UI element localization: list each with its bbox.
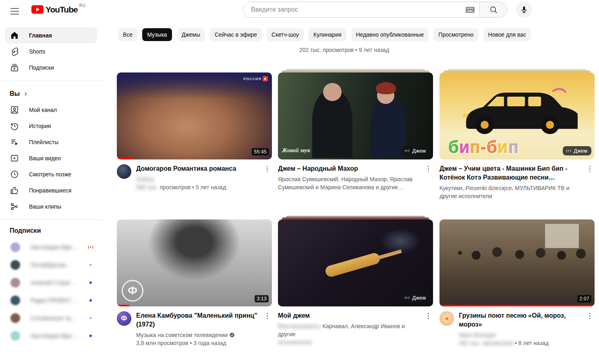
watch-progress-bar — [117, 305, 272, 306]
artists-line: Ярослав Сумишевский, Народный Махор, Яро… — [278, 175, 422, 191]
sidebar-you-section[interactable]: Вы — [0, 86, 102, 102]
watch-later-icon — [10, 170, 19, 179]
video-title[interactable]: Джем – Учим цвета - Машинки Бип бип - Ко… — [439, 164, 583, 182]
subscription-channel[interactable]: Алексей Стран… — [0, 274, 102, 292]
channel-name: Настоящее Вре… — [31, 333, 86, 339]
video-meta: 392 тыс. просмотров • 8 лет назад — [459, 339, 583, 347]
sidebar-divider — [0, 219, 102, 220]
mix-stack-decoration — [278, 69, 433, 72]
microphone-icon — [520, 6, 528, 14]
video-thumbnail[interactable]: бип-бип Джем — [439, 72, 595, 159]
sidebar-item-your-clips[interactable]: Ваши клипы — [5, 199, 97, 215]
kebab-menu-icon[interactable]: ⋮ — [585, 311, 595, 321]
video-title[interactable]: Мой джем — [278, 311, 422, 320]
duration-badge: 55:45 — [252, 148, 269, 155]
chip-recently-uploaded[interactable]: Недавно опубликованные — [351, 28, 429, 41]
sidebar-item-your-videos[interactable]: Ваши видео — [5, 150, 97, 166]
channel-avatar[interactable] — [117, 164, 131, 179]
sidebar-item-label: Главная — [29, 32, 52, 39]
video-card: РОССИЯ К 55:45 Домогаров Романтика роман… — [117, 72, 272, 191]
sidebar-item-label: Ваши клипы — [29, 203, 61, 210]
subscriptions-heading: Подписки — [0, 225, 102, 238]
mix-stack-decoration — [439, 69, 595, 72]
youtube-play-icon — [31, 5, 44, 14]
kebab-menu-icon[interactable]: ⋮ — [423, 164, 433, 174]
subscription-channel[interactable]: Петербургски… — [0, 256, 102, 274]
live-icon — [86, 244, 95, 251]
video-meta: 3,8 млн просмотров • 3 года назад — [136, 339, 261, 347]
sidebar-item-shorts[interactable]: Shorts — [5, 43, 97, 60]
search-input[interactable] — [243, 2, 464, 17]
duration-badge: 3:13 — [255, 295, 269, 302]
channel-name[interactable]: Andrey — [136, 175, 261, 183]
subscription-channel[interactable]: Радио ПРОЕКТ… — [0, 292, 102, 309]
voice-search-button[interactable] — [516, 2, 532, 18]
artists-line: Кукутики, Piosenki dziecięce, МУЛЬТИВАРИ… — [439, 184, 583, 200]
kebab-menu-icon[interactable]: ⋮ — [585, 164, 595, 174]
subscriptions-icon — [10, 63, 19, 72]
avatar — [10, 242, 20, 252]
youtube-logo[interactable]: YouTube RU — [31, 5, 85, 14]
video-thumbnail[interactable]: Живой звук Джем — [278, 72, 433, 159]
chip-jams[interactable]: Джемы — [177, 28, 205, 41]
video-thumbnail[interactable]: РОССИЯ К 55:45 — [117, 72, 272, 159]
video-thumbnail[interactable]: Джем — [278, 219, 433, 306]
chip-sketch-shows[interactable]: Скетч-шоу — [267, 28, 304, 41]
menu-icon[interactable] — [10, 5, 22, 17]
sidebar-item-history[interactable]: История — [5, 118, 97, 134]
sidebar-item-subscriptions[interactable]: Подписки — [5, 60, 97, 76]
search-button[interactable] — [479, 2, 507, 17]
notification-dot — [86, 299, 95, 302]
jam-icon — [566, 148, 572, 154]
sidebar-item-playlists[interactable]: Плейлисты — [5, 134, 97, 150]
logo-wordmark: YouTube — [46, 5, 78, 14]
bip-bip-title-text: бип-бип — [448, 138, 519, 157]
chip-watched[interactable]: Просмотрено — [433, 28, 478, 41]
sidebar-item-label: Ваши видео — [29, 155, 61, 161]
sidebar-item-label: Плейлисты — [29, 139, 58, 145]
scissors-icon — [10, 202, 19, 211]
video-card: Живой звук Джем Джем – Народный Махор Яр… — [278, 72, 433, 191]
sidebar-item-label: История — [29, 123, 51, 129]
channel-name[interactable]: Музыка на советском телевидении — [136, 331, 261, 339]
video-thumbnail[interactable]: 2:07 — [439, 219, 595, 306]
chip-cooking[interactable]: Кулинария — [309, 28, 346, 41]
subscription-channel[interactable]: Настоящее Вре… — [0, 238, 102, 256]
search-icon — [489, 5, 498, 14]
channel-name: Петербургски… — [31, 262, 86, 268]
channel-name: Настоящее Вре… — [31, 244, 86, 250]
video-meta-partial: 202 тыс. просмотров • 9 лет назад — [299, 47, 389, 53]
subscription-channel[interactable]: Настоящее Вре… — [0, 327, 102, 345]
search-bar — [243, 2, 507, 18]
channel-name: Соловьиные тр… — [31, 315, 86, 321]
notification-dot — [86, 317, 95, 319]
chip-all[interactable]: Все — [118, 28, 137, 41]
video-title[interactable]: Елена Камбурова "Маленький принц" (1972) — [136, 311, 261, 329]
sidebar-item-home[interactable]: Главная — [5, 27, 97, 43]
channel-name: Радио ПРОЕКТ… — [31, 297, 86, 304]
sidebar-item-my-channel[interactable]: Мой канал — [5, 102, 97, 118]
video-title[interactable]: Домогаров Романтика романса — [136, 164, 261, 173]
kebab-menu-icon[interactable]: ⋮ — [262, 164, 272, 174]
thumbs-up-icon — [10, 186, 19, 195]
kebab-menu-icon[interactable]: ⋮ — [423, 311, 433, 321]
subscription-channel[interactable]: Соловьиные тр… — [0, 309, 102, 327]
channel-avatar[interactable]: ❀ — [439, 311, 454, 326]
chip-music[interactable]: Музыка — [142, 28, 172, 41]
video-title[interactable]: Грузины поют песню «Ой, мороз, мороз» — [459, 311, 583, 329]
avatar — [10, 278, 20, 287]
video-title[interactable]: Джем – Народный Махор — [278, 164, 422, 173]
video-thumbnail[interactable]: Ф 3:13 — [117, 219, 272, 306]
tv-channel-watermark: РОССИЯ К — [243, 76, 268, 81]
kebab-menu-icon[interactable]: ⋮ — [262, 311, 272, 321]
chip-live[interactable]: Сейчас в эфире — [210, 28, 262, 41]
channel-name[interactable]: Иван Володин — [459, 331, 583, 339]
sidebar-item-liked-videos[interactable]: Понравившиеся — [5, 182, 97, 199]
channel-avatar[interactable]: Ф — [117, 311, 131, 326]
keyboard-icon[interactable] — [464, 7, 479, 13]
sidebar-item-watch-later[interactable]: Смотреть позже — [5, 166, 97, 182]
notification-dot — [86, 335, 95, 337]
sidebar: Главная Shorts Подписки Вы Мой канал — [0, 23, 102, 345]
cartoon-car-illustration — [456, 83, 577, 139]
chip-new-to-you[interactable]: Новое для вас — [483, 28, 531, 41]
